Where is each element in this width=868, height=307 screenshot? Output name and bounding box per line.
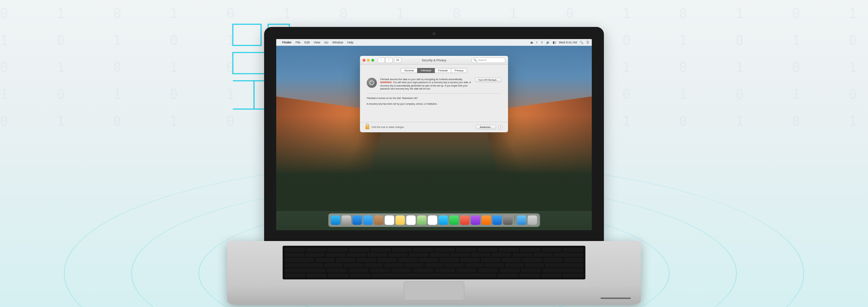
help-button[interactable]: ? (498, 125, 503, 130)
laptop-mockup: Finder File Edit View Go Window Help ⏏ ᚼ… (264, 27, 604, 305)
menubar-item-go[interactable]: Go (324, 41, 328, 44)
battery-icon[interactable]: ▮▯ (553, 41, 556, 44)
turn-off-filevault-button[interactable]: Turn Off FileVault... (475, 78, 501, 82)
desktop[interactable]: Finder File Edit View Go Window Help ⏏ ᚼ… (276, 39, 592, 230)
window-titlebar[interactable]: ‹ › Security & Privacy 🔍 Search (360, 56, 508, 65)
dock-item-maps[interactable] (417, 215, 427, 225)
back-button[interactable]: ‹ (377, 58, 385, 63)
keyboard (283, 246, 585, 279)
filevault-content: FileVault secures the data on your disk … (360, 76, 508, 122)
trackpad (404, 281, 464, 300)
tab-general[interactable]: General (401, 68, 417, 73)
dock-item-calendar[interactable] (385, 215, 394, 225)
menubar-item-help[interactable]: Help (347, 41, 353, 44)
laptop-deck (227, 241, 641, 305)
dock-item-reminders[interactable] (406, 215, 416, 225)
volume-icon[interactable]: 🔊 (546, 41, 550, 44)
wifi-icon[interactable]: ⏏ (530, 41, 533, 44)
wifi-icon[interactable]: ⇪ (541, 41, 543, 44)
menubar-item-window[interactable]: Window (332, 41, 343, 44)
dock-item-safari[interactable] (352, 215, 362, 225)
search-placeholder: Search (478, 59, 487, 62)
search-icon: 🔍 (473, 59, 477, 62)
traffic-lights (363, 59, 374, 62)
menubar-item-file[interactable]: File (296, 41, 301, 44)
forward-button[interactable]: › (385, 58, 393, 63)
show-all-button[interactable] (394, 58, 401, 63)
dock-item-downloads[interactable] (517, 215, 527, 225)
dock-item-finder[interactable] (331, 215, 340, 225)
bluetooth-icon[interactable]: ᚼ (536, 41, 538, 44)
recovery-key-note: A recovery key has been set by your comp… (367, 103, 501, 105)
dock-item-mail[interactable] (363, 215, 373, 225)
dock-item-trash[interactable] (528, 215, 537, 225)
filevault-icon (367, 78, 377, 88)
filevault-description: FileVault secures the data on your disk … (380, 78, 472, 91)
menubar-status-icons[interactable]: ⏏ ᚼ ⇪ 🔊 ▮▯ Wed 9:41 AM 🔍 ☰ (528, 41, 589, 44)
notification-center-icon[interactable]: ☰ (586, 41, 589, 44)
close-button[interactable] (363, 59, 365, 62)
dock-separator (515, 216, 515, 224)
search-input[interactable]: 🔍 Search (472, 58, 505, 63)
camera-icon (433, 32, 435, 35)
menubar-item-view[interactable]: View (314, 41, 320, 44)
lock-text: Click the lock to make changes. (371, 126, 404, 128)
window-title: Security & Privacy (422, 59, 446, 62)
menubar-app-name[interactable]: Finder (282, 41, 292, 44)
dock-item-preferences[interactable] (503, 215, 513, 225)
dock-item-notes[interactable] (396, 215, 405, 225)
dock-item-contacts[interactable] (374, 215, 383, 225)
zoom-button[interactable] (371, 59, 374, 62)
tab-filevault[interactable]: FileVault (417, 68, 435, 73)
grid-icon (396, 59, 399, 61)
lock-icon[interactable] (365, 125, 369, 129)
dock-item-launchpad[interactable] (342, 215, 351, 225)
filevault-status: FileVault is turned on for the disk "Mac… (367, 97, 501, 99)
sd-slot (600, 298, 631, 299)
menubar-item-edit[interactable]: Edit (305, 41, 310, 44)
dock-item-appstore[interactable] (493, 215, 502, 225)
security-privacy-window[interactable]: ‹ › Security & Privacy 🔍 Search General … (360, 56, 508, 132)
dock-item-messages[interactable] (439, 215, 448, 225)
spotlight-icon[interactable]: 🔍 (580, 41, 583, 44)
tab-privacy[interactable]: Privacy (451, 68, 467, 73)
laptop-screen-frame: Finder File Edit View Go Window Help ⏏ ᚼ… (264, 27, 604, 242)
dock-item-ibooks[interactable] (482, 215, 491, 225)
tabs: General FileVault Firewall Privacy (360, 65, 508, 76)
minimize-button[interactable] (367, 59, 370, 62)
advanced-button[interactable]: Advanced... (476, 125, 496, 129)
dock-item-photos[interactable] (428, 215, 437, 225)
window-footer: Click the lock to make changes. Advanced… (360, 122, 508, 132)
dock-item-itunes[interactable] (471, 215, 480, 225)
dock[interactable] (328, 213, 540, 227)
dock-item-photobooth[interactable] (460, 215, 470, 225)
dock-item-facetime[interactable] (450, 215, 459, 225)
menubar-clock[interactable]: Wed 9:41 AM (559, 41, 577, 44)
tab-firewall[interactable]: Firewall (435, 68, 452, 73)
menubar[interactable]: Finder File Edit View Go Window Help ⏏ ᚼ… (276, 39, 592, 46)
